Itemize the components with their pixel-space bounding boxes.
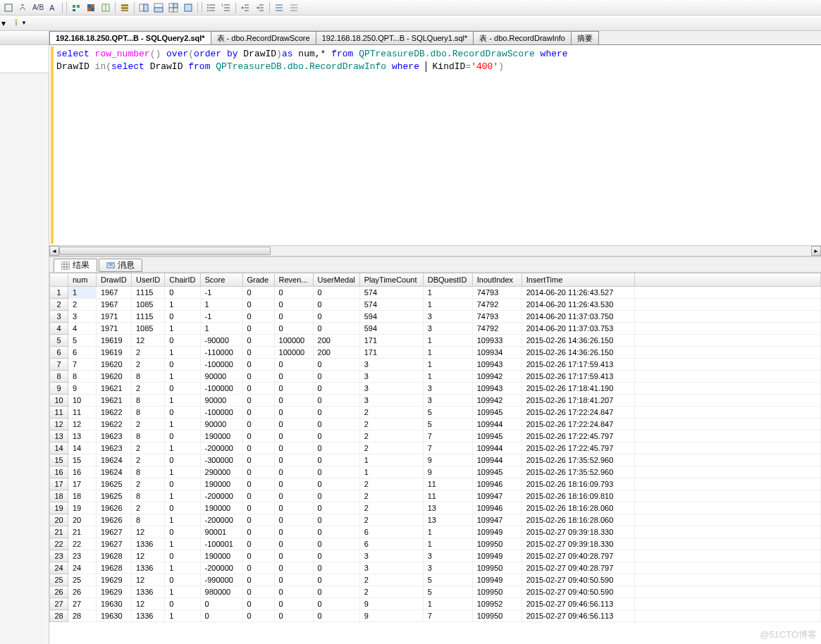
cell[interactable]: 12 bbox=[132, 574, 165, 586]
cell[interactable]: 1115 bbox=[132, 311, 165, 323]
cell[interactable]: 2 bbox=[132, 347, 165, 359]
cell[interactable]: 0 bbox=[242, 538, 274, 550]
cell[interactable]: 0 bbox=[313, 550, 359, 562]
cell[interactable]: 0 bbox=[242, 562, 274, 574]
cell[interactable]: 0 bbox=[313, 454, 359, 466]
cell[interactable]: 1 bbox=[359, 466, 423, 478]
cell[interactable]: -200000 bbox=[200, 514, 242, 526]
cell[interactable]: 2015-02-26 17:22:45.797 bbox=[521, 431, 634, 442]
cell[interactable]: 90001 bbox=[200, 526, 242, 538]
toolbar-btn-indent-list[interactable] bbox=[204, 1, 218, 14]
cell[interactable]: 0 bbox=[242, 299, 274, 311]
cell[interactable]: 594 bbox=[359, 311, 423, 323]
cell[interactable]: 9 bbox=[423, 466, 472, 478]
row-number[interactable]: 6 bbox=[50, 347, 68, 359]
cell[interactable]: 1 bbox=[165, 347, 200, 359]
cell[interactable]: 12 bbox=[132, 526, 165, 538]
cell[interactable]: 1 bbox=[423, 526, 472, 538]
cell[interactable]: 0 bbox=[165, 335, 200, 347]
cell[interactable]: 0 bbox=[242, 419, 274, 431]
row-number[interactable]: 5 bbox=[50, 335, 68, 347]
cell[interactable]: -300000 bbox=[200, 454, 242, 466]
hscroll-thumb[interactable] bbox=[59, 247, 271, 255]
cell[interactable]: -200000 bbox=[200, 562, 242, 574]
cell[interactable]: 10 bbox=[68, 395, 97, 407]
cell[interactable]: 2015-02-27 09:46:56.113 bbox=[521, 598, 634, 610]
tab-recorddrawinfo[interactable]: 表 - dbo.RecordDrawInfo bbox=[473, 31, 572, 44]
tab-sqlquery2[interactable]: 192.168.18.250.QPT...B - SQLQuery2.sql* bbox=[49, 31, 211, 45]
cell[interactable]: 74793 bbox=[472, 287, 521, 299]
table-row[interactable]: 88196208190000000311099422015-02-26 17:1… bbox=[50, 371, 821, 383]
cell[interactable]: 2015-02-26 14:36:26.150 bbox=[521, 347, 634, 359]
cell[interactable]: 3 bbox=[423, 550, 472, 562]
cell[interactable]: 2 bbox=[359, 407, 423, 419]
cell[interactable]: 0 bbox=[313, 490, 359, 502]
cell[interactable]: 2 bbox=[359, 502, 423, 514]
table-row[interactable]: 16161962481290000000191099452015-02-26 1… bbox=[50, 466, 821, 478]
toolbar-btn-outdent[interactable] bbox=[238, 1, 252, 14]
cell[interactable]: -1 bbox=[200, 287, 242, 299]
cell[interactable]: 109946 bbox=[472, 478, 521, 490]
cell[interactable]: 1 bbox=[165, 442, 200, 454]
table-row[interactable]: 33197111150-10005943747932014-06-20 11:3… bbox=[50, 311, 821, 323]
col-drawid[interactable]: DrawID bbox=[97, 273, 132, 287]
cell[interactable]: 171 bbox=[359, 335, 423, 347]
row-number[interactable]: 7 bbox=[50, 359, 68, 371]
table-row[interactable]: 232319628120190000000331099492015-02-27 … bbox=[50, 550, 821, 562]
cell[interactable]: 0 bbox=[313, 562, 359, 574]
cell[interactable]: 0 bbox=[274, 287, 313, 299]
cell[interactable]: 1 bbox=[200, 299, 242, 311]
cell[interactable]: 1085 bbox=[132, 323, 165, 335]
cell[interactable]: 109944 bbox=[472, 454, 521, 466]
cell[interactable]: 0 bbox=[165, 598, 200, 610]
cell[interactable]: 0 bbox=[165, 454, 200, 466]
cell[interactable]: 0 bbox=[242, 466, 274, 478]
cell[interactable]: 2015-02-26 17:22:45.797 bbox=[521, 442, 634, 454]
row-number[interactable]: 4 bbox=[50, 323, 68, 335]
cell[interactable]: 19619 bbox=[97, 335, 132, 347]
cell[interactable]: 25 bbox=[68, 574, 97, 586]
cell[interactable]: 1 bbox=[423, 598, 472, 610]
cell[interactable]: 0 bbox=[274, 323, 313, 335]
cell[interactable]: 0 bbox=[242, 514, 274, 526]
cell[interactable]: 0 bbox=[274, 407, 313, 419]
cell[interactable]: 11 bbox=[68, 407, 97, 419]
toolbar-btn-8[interactable] bbox=[118, 1, 132, 14]
cell[interactable]: 0 bbox=[200, 598, 242, 610]
cell[interactable]: 2015-02-27 09:40:50.590 bbox=[521, 586, 634, 598]
cell[interactable]: 0 bbox=[274, 371, 313, 383]
cell[interactable]: 109944 bbox=[472, 442, 521, 454]
cell[interactable]: 0 bbox=[242, 454, 274, 466]
cell[interactable]: 109942 bbox=[472, 395, 521, 407]
col-userid[interactable]: UserID bbox=[132, 273, 165, 287]
cell[interactable]: 109944 bbox=[472, 419, 521, 431]
cell[interactable]: 5 bbox=[423, 586, 472, 598]
cell[interactable]: 1967 bbox=[97, 299, 132, 311]
cell[interactable]: 19630 bbox=[97, 610, 132, 622]
toolbar-dropdown-2[interactable]: ▼ bbox=[21, 20, 28, 26]
cell[interactable]: 0 bbox=[274, 490, 313, 502]
tab-messages[interactable]: 消息 bbox=[99, 259, 142, 272]
row-number[interactable]: 22 bbox=[50, 538, 68, 550]
cell[interactable]: 11 bbox=[423, 478, 472, 490]
cell[interactable]: 0 bbox=[165, 407, 200, 419]
cell[interactable]: 28 bbox=[68, 610, 97, 622]
cell[interactable]: 0 bbox=[165, 431, 200, 442]
cell[interactable]: 1 bbox=[68, 287, 97, 299]
cell[interactable]: 90000 bbox=[200, 419, 242, 431]
cell[interactable]: 3 bbox=[359, 550, 423, 562]
row-number[interactable]: 15 bbox=[50, 454, 68, 466]
cell[interactable]: 0 bbox=[242, 431, 274, 442]
table-row[interactable]: 282819630133610000971099502015-02-27 09:… bbox=[50, 610, 821, 622]
cell[interactable]: 2 bbox=[132, 442, 165, 454]
sql-editor[interactable]: select row_number() over(order by DrawID… bbox=[51, 47, 820, 244]
cell[interactable]: 2015-02-26 17:35:52.960 bbox=[521, 454, 634, 466]
cell[interactable]: 109950 bbox=[472, 586, 521, 598]
cell[interactable]: 14 bbox=[68, 442, 97, 454]
cell[interactable]: 574 bbox=[359, 299, 423, 311]
toolbar-btn-1[interactable] bbox=[1, 1, 16, 14]
cell[interactable]: 19629 bbox=[97, 586, 132, 598]
cell[interactable]: 0 bbox=[274, 442, 313, 454]
table-row[interactable]: 15151962420-300000000191099442015-02-26 … bbox=[50, 454, 821, 466]
cell[interactable]: 109942 bbox=[472, 371, 521, 383]
